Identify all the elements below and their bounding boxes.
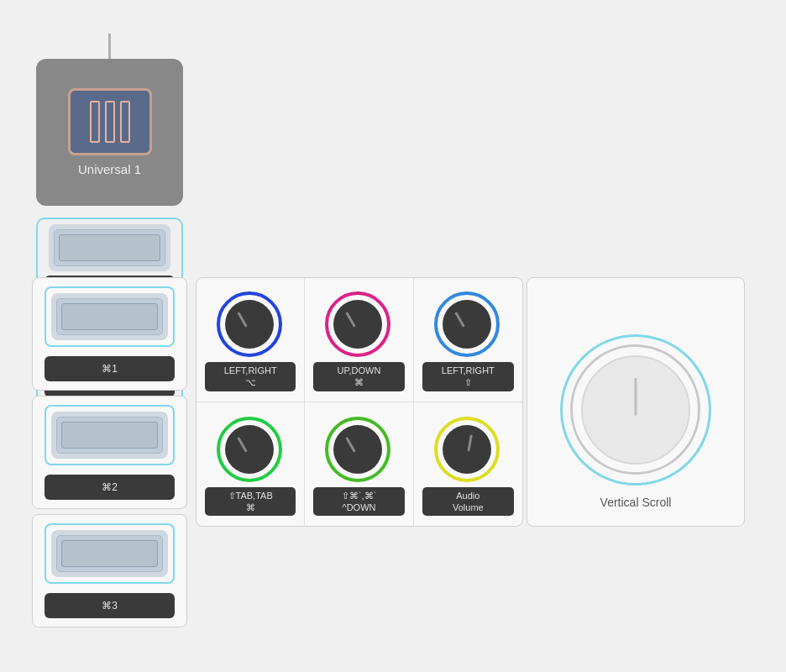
scroll-ring-inner: [581, 355, 690, 465]
cmd2-button[interactable]: ⌘2: [45, 475, 175, 500]
icon-bar-2: [105, 101, 115, 143]
knob-label-2: UP,DOWN ⌘: [313, 362, 404, 391]
cmd2-group: ⌘2: [32, 396, 187, 509]
cmd3-key-area: [45, 523, 175, 584]
knob-cell-4: ⇧TAB,TAB ⌘: [196, 402, 305, 527]
knob-inner-6: [443, 425, 491, 474]
icon-bar-3: [120, 101, 130, 143]
knob-indicator-2: [345, 312, 356, 328]
cmd2-key-area: [45, 405, 175, 465]
cmd1-sq-outer: [51, 293, 168, 340]
right-section: LEFT,RIGHT ⌥ UP,DOWN ⌘: [196, 277, 750, 527]
knob-cell-3: LEFT,RIGHT ⇧: [414, 278, 522, 402]
universal-icon: [68, 88, 152, 155]
cmd2-sq-inner: [61, 422, 158, 449]
cmd3-sq-outer: [51, 530, 168, 577]
knob-indicator-5: [345, 437, 356, 453]
scroll-indicator: [635, 378, 637, 416]
knob-inner-3: [443, 300, 491, 349]
icon-bar-1: [90, 101, 100, 143]
knob-area-1[interactable]: [217, 291, 284, 359]
knob-grid: LEFT,RIGHT ⌥ UP,DOWN ⌘: [196, 277, 523, 527]
redo-sq-outer: [49, 224, 170, 271]
knob-label-6: Audio Volume: [422, 487, 514, 517]
main-container: Universal 1 ⇧⌘Z ⌘Z: [32, 34, 754, 638]
cmd2-sq-mid: [56, 417, 163, 454]
knob-inner-4: [225, 425, 274, 474]
knob-cell-1: LEFT,RIGHT ⌥: [196, 278, 305, 402]
knob-label-1: LEFT,RIGHT ⌥: [205, 362, 296, 391]
knob-label-3: LEFT,RIGHT ⇧: [422, 362, 514, 391]
cmd3-group: ⌘3: [32, 514, 187, 627]
knob-indicator-6: [467, 434, 472, 451]
knob-label-4: ⇧TAB,TAB ⌘: [205, 487, 296, 517]
redo-sq-mid: [54, 229, 165, 266]
cmd3-button[interactable]: ⌘3: [45, 593, 175, 618]
scroll-knob-area[interactable]: [560, 334, 711, 486]
knob-area-2[interactable]: [325, 291, 392, 359]
cmd3-sq-inner: [61, 540, 158, 567]
knob-inner-1: [225, 300, 274, 349]
cmd1-sq-mid: [56, 298, 163, 335]
cmd2-sq-outer: [51, 412, 168, 459]
knob-indicator-1: [237, 312, 248, 328]
knob-area-3[interactable]: [434, 291, 501, 359]
knob-indicator-4: [237, 437, 248, 453]
knob-area-4[interactable]: [217, 417, 284, 484]
knob-area-6[interactable]: [434, 417, 501, 484]
cmd1-group: ⌘1: [32, 277, 187, 391]
cmd1-key-area: [45, 286, 175, 347]
universal-tile[interactable]: Universal 1: [36, 59, 183, 206]
knob-inner-5: [333, 425, 382, 474]
knob-cell-2: UP,DOWN ⌘: [305, 278, 413, 402]
cmd3-sq-mid: [56, 535, 163, 572]
knob-label-5: ⇧⌘`,⌘` ^DOWN: [313, 487, 404, 517]
scroll-section: Vertical Scroll: [527, 277, 745, 527]
knob-cell-6: Audio Volume: [414, 402, 522, 527]
left-numbered-area: ⌘1 ⌘2 ⌘3: [32, 277, 187, 627]
knob-cell-5: ⇧⌘`,⌘` ^DOWN: [305, 402, 413, 527]
cmd1-button[interactable]: ⌘1: [45, 356, 175, 381]
connector-line: [108, 34, 111, 59]
universal-label: Universal 1: [78, 162, 141, 176]
redo-sq-inner: [59, 234, 160, 261]
knob-area-5[interactable]: [325, 417, 392, 484]
cmd1-sq-inner: [61, 303, 158, 330]
knob-indicator-3: [454, 312, 465, 328]
scroll-label: Vertical Scroll: [600, 496, 672, 509]
